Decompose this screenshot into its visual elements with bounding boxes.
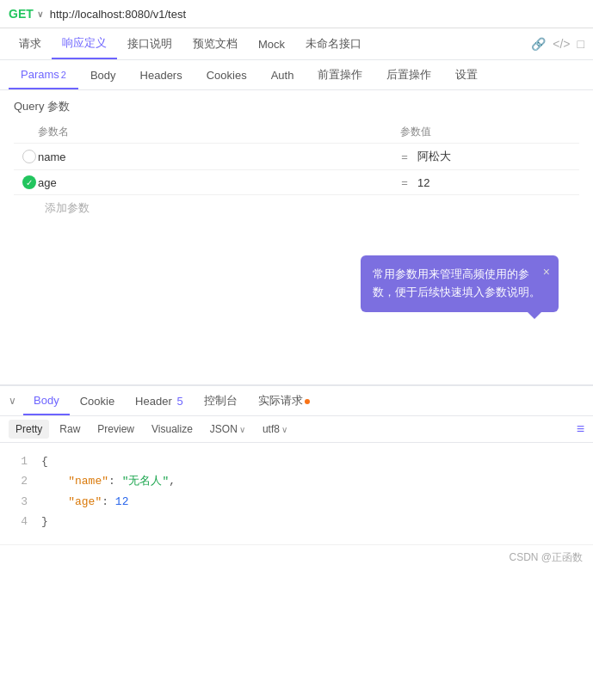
param-name-2[interactable]: age [38, 176, 392, 189]
param-name-1[interactable]: name [38, 150, 392, 163]
format-dropdown[interactable]: JSON ∨ [203, 420, 252, 439]
params-table: 参数名 参数值 name = 阿松大 ✓ age = 12 添加参数 [14, 121, 579, 221]
tooltip-close-button[interactable]: × [543, 262, 550, 281]
param-value-2[interactable]: 12 [417, 176, 572, 189]
tab-cookies[interactable]: Cookies [195, 62, 259, 89]
footer-text: CSDN @正函数 [509, 551, 583, 563]
copy-icon[interactable]: □ [578, 37, 584, 51]
code-tab-raw[interactable]: Raw [53, 420, 87, 439]
code-tab-pretty[interactable]: Pretty [9, 420, 49, 439]
tab-body[interactable]: Body [78, 62, 128, 89]
format-chevron-icon: ∨ [239, 425, 245, 434]
collapse-icon[interactable]: ∨ [9, 395, 16, 407]
method-chevron-icon: ∨ [37, 9, 43, 19]
code-line-4: 4 } [14, 512, 579, 531]
params-table-header: 参数名 参数值 [14, 121, 579, 143]
col-name-header: 参数名 [38, 125, 374, 139]
param-row: name = 阿松大 [14, 143, 579, 169]
tab-interface-desc[interactable]: 接口说明 [117, 29, 182, 58]
param-checkbox-1[interactable] [21, 150, 38, 163]
query-params-label: Query 参数 [14, 99, 579, 114]
header-badge: 5 [176, 395, 182, 408]
code-icon[interactable]: </> [553, 37, 570, 51]
tab-pre-actions[interactable]: 前置操作 [306, 60, 374, 89]
url-bar: GET ∨ [0, 0, 593, 28]
encoding-dropdown[interactable]: utf8 ∨ [256, 420, 294, 439]
code-tab-preview[interactable]: Preview [90, 420, 141, 439]
bottom-panel: ∨ Body Cookie Header 5 控制台 实际请求 Pretty R… [0, 384, 593, 541]
col-value-header: 参数值 [400, 125, 572, 139]
encoding-chevron-icon: ∨ [281, 425, 287, 434]
link-icon[interactable]: 🔗 [531, 37, 546, 51]
tab-response-def[interactable]: 响应定义 [52, 28, 117, 59]
tab-unnamed[interactable]: 未命名接口 [295, 29, 372, 58]
footer: CSDN @正函数 [0, 544, 593, 570]
tab-row-2: Params2 Body Headers Cookies Auth 前置操作 后… [0, 60, 593, 90]
tooltip-popup: × 常用参数用来管理高频使用的参数，便于后续快速填入参数说明。 [361, 255, 559, 312]
format-code-icon[interactable]: ≡ [577, 421, 584, 437]
tab-auth[interactable]: Auth [259, 62, 306, 89]
bottom-tab-cookie[interactable]: Cookie [70, 388, 125, 414]
tooltip-container: × 常用参数用来管理高频使用的参数，便于后续快速填入参数说明。 [9, 230, 584, 367]
params-section: Query 参数 参数名 参数值 name = 阿松大 ✓ age = 12 [0, 90, 593, 230]
tab-headers[interactable]: Headers [128, 62, 195, 89]
code-block: 1 { 2 "name": "无名人", 3 "age": 12 4 } [0, 443, 593, 541]
add-param-button[interactable]: 添加参数 [14, 194, 579, 221]
param-row: ✓ age = 12 [14, 169, 579, 194]
method-label: GET [9, 7, 34, 21]
format-label: JSON [210, 423, 238, 435]
circle-check-icon: ✓ [22, 175, 36, 189]
bottom-tab-body[interactable]: Body [23, 387, 70, 415]
actual-request-dot [305, 399, 310, 404]
encoding-label: utf8 [263, 423, 280, 435]
code-line-2: 2 "name": "无名人", [14, 471, 579, 491]
tab-mock[interactable]: Mock [248, 31, 295, 58]
code-tab-visualize[interactable]: Visualize [145, 420, 200, 439]
tab-row-1: 请求 响应定义 接口说明 预览文档 Mock 未命名接口 🔗 </> □ [0, 28, 593, 60]
bottom-tab-header[interactable]: Header 5 [125, 388, 194, 414]
tab-request[interactable]: 请求 [9, 29, 52, 58]
circle-empty-icon [22, 150, 36, 163]
equals-2: = [392, 176, 417, 189]
tab-preview-doc[interactable]: 预览文档 [182, 29, 248, 58]
method-select[interactable]: GET ∨ [9, 7, 43, 21]
code-line-3: 3 "age": 12 [14, 492, 579, 512]
bottom-tab-row: ∨ Body Cookie Header 5 控制台 实际请求 [0, 386, 593, 416]
code-line-1: 1 { [14, 451, 579, 471]
url-input[interactable] [50, 8, 584, 21]
param-value-1[interactable]: 阿松大 [417, 149, 572, 164]
tab-post-actions[interactable]: 后置操作 [374, 60, 443, 89]
icon-group: 🔗 </> □ [531, 37, 584, 51]
tab-params[interactable]: Params2 [9, 61, 78, 89]
code-tabs: Pretty Raw Preview Visualize JSON ∨ utf8… [0, 416, 593, 443]
tooltip-text: 常用参数用来管理高频使用的参数，便于后续快速填入参数说明。 [373, 267, 540, 298]
param-checkbox-2[interactable]: ✓ [21, 175, 38, 189]
tab-settings[interactable]: 设置 [443, 60, 490, 89]
equals-1: = [392, 150, 417, 163]
bottom-tab-console[interactable]: 控制台 [194, 386, 248, 415]
bottom-tab-actual-request[interactable]: 实际请求 [248, 386, 320, 415]
